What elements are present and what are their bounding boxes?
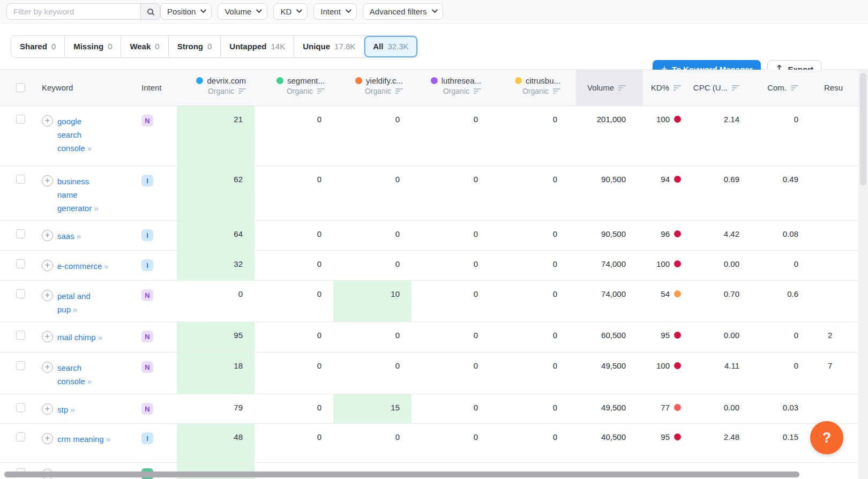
intent-badge: N <box>141 115 153 126</box>
citrusbu-dot-icon <box>515 77 522 84</box>
open-keyword-icon[interactable]: » <box>73 305 77 314</box>
row-checkbox[interactable] <box>16 289 25 298</box>
open-keyword-icon[interactable]: » <box>98 333 102 342</box>
column-header-cpc[interactable]: CPC (U... <box>689 70 753 106</box>
cell-cpc: 0.00 <box>689 322 753 352</box>
competitor-name: yieldify.c... <box>366 76 403 85</box>
keyword-filter-input[interactable] <box>6 3 140 20</box>
keyword-link[interactable]: stp» <box>57 403 74 423</box>
row-checkbox[interactable] <box>16 432 25 441</box>
open-keyword-icon[interactable]: » <box>87 377 91 386</box>
tab-strong[interactable]: Strong 0 <box>169 36 221 57</box>
keyword-link[interactable]: google search console» <box>57 115 108 166</box>
cell-volume: 40,500 <box>576 424 643 462</box>
cell-cpc: 2.48 <box>689 424 753 462</box>
add-keyword-icon[interactable]: + <box>42 175 53 186</box>
kd-dot-icon <box>674 332 681 339</box>
cell-kd: 95 <box>643 424 689 462</box>
column-header-kd[interactable]: KD% <box>643 70 689 106</box>
help-button[interactable]: ? <box>810 421 843 454</box>
cell-kd: 100 <box>643 353 689 394</box>
tab-shared[interactable]: Shared 0 <box>11 36 65 57</box>
keyword-link[interactable]: crm meaning» <box>57 432 110 462</box>
intent-badge: I <box>141 229 153 241</box>
column-header-yieldify[interactable]: yieldify.c... Organic <box>333 70 411 106</box>
cell-kd: 77 <box>643 394 689 423</box>
open-keyword-icon[interactable]: » <box>104 261 108 271</box>
cell-cpc: 4.11 <box>689 353 753 394</box>
open-keyword-icon[interactable]: » <box>106 435 110 444</box>
volume-filter-dropdown[interactable]: Volume <box>218 3 267 20</box>
open-keyword-icon[interactable]: » <box>70 405 74 414</box>
cell-com: 0 <box>753 322 809 352</box>
column-header-devrix[interactable]: devrix.com Organic <box>177 70 255 106</box>
cell-kd: 94 <box>643 166 689 220</box>
keyword-link[interactable]: saas» <box>57 229 80 250</box>
sort-icon <box>732 85 739 91</box>
keyword-link[interactable]: search console» <box>57 361 108 394</box>
cell-luthresea: 0 <box>411 353 490 394</box>
advanced-filters-dropdown[interactable]: Advanced filters <box>363 3 443 20</box>
position-filter-dropdown[interactable]: Position <box>160 3 212 20</box>
tab-count: 0 <box>155 42 159 51</box>
row-checkbox[interactable] <box>16 361 25 370</box>
cell-luthresea: 0 <box>411 424 490 462</box>
row-checkbox[interactable] <box>16 331 25 340</box>
open-keyword-icon[interactable]: » <box>94 204 98 213</box>
cell-citrusbu: 0 <box>490 251 576 280</box>
kd-filter-dropdown[interactable]: KD <box>273 3 308 20</box>
search-button[interactable] <box>140 3 160 20</box>
tab-count: 32.3K <box>387 42 408 51</box>
add-keyword-icon[interactable]: + <box>42 290 53 301</box>
dropdown-label: Position <box>167 7 196 16</box>
open-keyword-icon[interactable]: » <box>77 231 80 241</box>
row-checkbox[interactable] <box>16 259 25 268</box>
tab-missing[interactable]: Missing 0 <box>65 36 121 57</box>
vertical-scrollbar[interactable] <box>858 70 868 479</box>
column-header-com[interactable]: Com. <box>753 70 809 106</box>
column-header-intent[interactable]: Intent <box>132 70 177 106</box>
add-keyword-icon[interactable]: + <box>42 362 53 373</box>
row-checkbox[interactable] <box>16 115 25 124</box>
cell-yieldify: 0 <box>333 221 411 250</box>
yieldify-dot-icon <box>355 77 362 84</box>
column-header-volume[interactable]: Volume <box>576 70 643 106</box>
tab-all[interactable]: All 32.3K <box>364 36 417 57</box>
row-checkbox[interactable] <box>16 403 25 412</box>
keyword-link[interactable]: petal and pup» <box>57 289 108 321</box>
vertical-scrollbar-thumb[interactable] <box>860 73 866 185</box>
cell-volume: 90,500 <box>576 221 643 250</box>
keyword-link[interactable]: mail chimp» <box>57 331 102 352</box>
add-keyword-icon[interactable]: + <box>42 331 53 342</box>
cell-devrix: 48 <box>177 424 255 462</box>
column-header-luthresea[interactable]: luthresea... Organic <box>411 70 490 106</box>
column-header-keyword[interactable]: Keyword <box>33 70 132 106</box>
intent-badge: N <box>141 403 153 415</box>
dropdown-label: Intent <box>320 7 341 16</box>
keyword-gap-page: Position Volume KD Intent Advanced filte… <box>0 0 868 479</box>
keyword-link[interactable]: business name generator» <box>57 175 108 220</box>
dropdown-label: Volume <box>225 7 251 16</box>
add-keyword-icon[interactable]: + <box>42 403 53 415</box>
add-keyword-icon[interactable]: + <box>42 260 53 271</box>
tab-weak[interactable]: Weak 0 <box>121 36 168 57</box>
select-all-checkbox[interactable] <box>16 83 25 92</box>
column-header-results[interactable]: Resu <box>809 70 858 106</box>
tab-unique[interactable]: Unique 17.8K <box>294 36 364 57</box>
add-keyword-icon[interactable]: + <box>42 230 53 241</box>
add-keyword-icon[interactable]: + <box>42 115 53 126</box>
row-checkbox[interactable] <box>16 229 25 238</box>
add-keyword-icon[interactable]: + <box>42 433 53 444</box>
cell-com: 0.15 <box>753 424 809 462</box>
row-checkbox[interactable] <box>16 175 25 184</box>
cell-segment: 0 <box>255 394 333 423</box>
kd-dot-icon <box>674 433 681 440</box>
keyword-link[interactable]: e-commerce» <box>57 259 108 280</box>
open-keyword-icon[interactable]: » <box>87 144 91 153</box>
intent-filter-dropdown[interactable]: Intent <box>313 3 357 20</box>
horizontal-scrollbar[interactable] <box>4 471 799 477</box>
cell-com: 0 <box>753 106 809 166</box>
column-header-segment[interactable]: segment... Organic <box>255 70 333 106</box>
tab-untapped[interactable]: Untapped 14K <box>221 36 294 57</box>
column-header-citrusbu[interactable]: citrusbu... Organic <box>490 70 576 106</box>
